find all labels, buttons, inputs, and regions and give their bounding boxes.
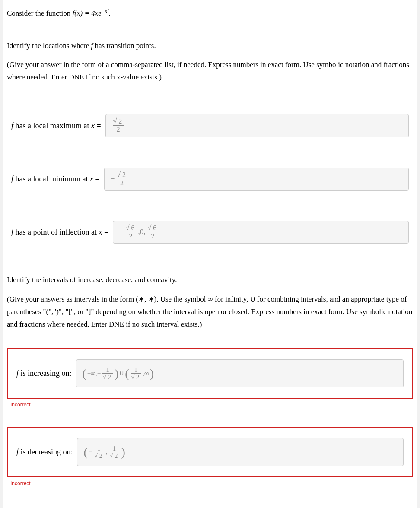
increasing-frame: f is increasing on: (−∞,− 1 2 )∪( 1 2 ,∞… bbox=[7, 348, 413, 399]
local-min-row: f has a local minimum at x = − 2 2 bbox=[7, 168, 413, 190]
decreasing-feedback: Incorrect bbox=[10, 479, 413, 488]
local-min-input[interactable]: − 2 2 bbox=[104, 168, 409, 190]
local-max-input[interactable]: 2 2 bbox=[105, 114, 409, 137]
decreasing-frame: f is decreasing on: (− 1 2 , 1 2 ) bbox=[7, 427, 413, 478]
inflection-row: f has a point of inflection at x = − 6 2… bbox=[7, 221, 413, 244]
increasing-input[interactable]: (−∞,− 1 2 )∪( 1 2 ,∞) bbox=[76, 359, 404, 388]
increasing-label: f is increasing on: bbox=[16, 367, 72, 380]
decreasing-label: f is decreasing on: bbox=[16, 445, 73, 459]
function-expr: f(x) = 4xe−x² bbox=[73, 9, 109, 17]
decreasing-input[interactable]: (− 1 2 , 1 2 ) bbox=[77, 438, 404, 467]
increasing-feedback: Incorrect bbox=[10, 400, 413, 409]
local-max-row: f has a local maximum at x = 2 2 bbox=[7, 114, 413, 137]
intro-suffix: . bbox=[109, 9, 111, 17]
intro-prefix: Consider the function bbox=[7, 9, 73, 17]
local-min-label: f has a local minimum at x = bbox=[11, 172, 100, 186]
part1-prompt: Identify the locations where f has trans… bbox=[7, 40, 413, 52]
inflection-label: f has a point of inflection at x = bbox=[11, 225, 108, 239]
part2-prompt: Identify the intervals of increase, decr… bbox=[7, 274, 413, 286]
part1-instructions: (Give your answer in the form of a comma… bbox=[7, 59, 413, 84]
part2-instructions: (Give your answers as intervals in the f… bbox=[7, 293, 413, 331]
local-max-label: f has a local maximum at x = bbox=[11, 119, 101, 133]
inflection-input[interactable]: − 6 2 ,0, 6 2 bbox=[113, 221, 409, 244]
function-definition: Consider the function f(x) = 4xe−x². bbox=[7, 6, 413, 20]
page-container: Consider the function f(x) = 4xe−x². Ide… bbox=[3, 0, 417, 508]
